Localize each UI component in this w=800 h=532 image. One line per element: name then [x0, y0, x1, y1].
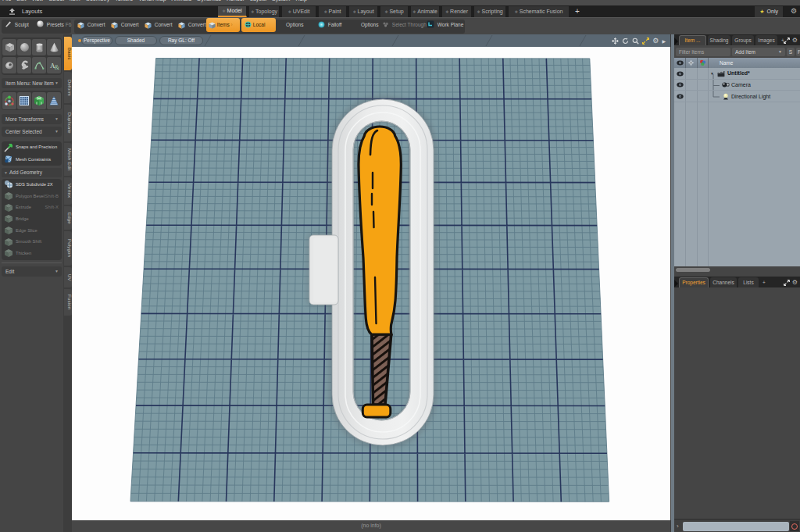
svg-text:&: &: [54, 63, 59, 70]
